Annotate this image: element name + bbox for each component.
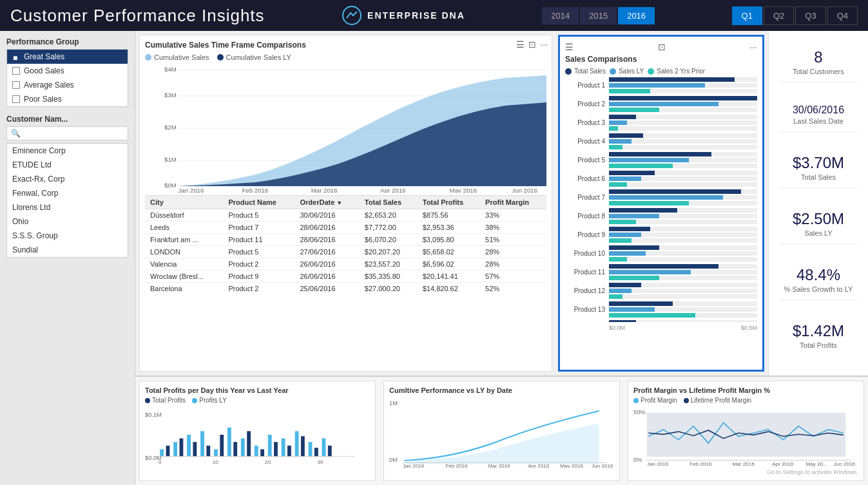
sales-comp-legend: Total Sales Sales LY Sales 2 Yrs Prior bbox=[565, 68, 757, 75]
bar-chart-row: Product 12 bbox=[565, 283, 757, 299]
search-icon: 🔍 bbox=[11, 129, 21, 138]
svg-text:Jun 2016: Jun 2016 bbox=[512, 187, 537, 193]
year-tab-2015[interactable]: 2015 bbox=[580, 7, 617, 24]
svg-text:May 2016: May 2016 bbox=[450, 187, 477, 193]
bar-chart-row: Product 4 bbox=[565, 133, 757, 149]
panel-expand-icon2[interactable]: ⊡ bbox=[658, 42, 666, 52]
panel-expand-icon[interactable]: ⊡ bbox=[528, 39, 536, 50]
col-city[interactable]: City bbox=[145, 196, 223, 209]
svg-text:Jan 2016: Jan 2016 bbox=[403, 463, 425, 468]
customer-etude[interactable]: ETUDE Ltd bbox=[7, 158, 128, 172]
legend-total-profits: Total Profits bbox=[145, 397, 186, 404]
customer-sss[interactable]: S.S.S. Group bbox=[7, 229, 128, 243]
customer-ohio[interactable]: Ohio bbox=[7, 214, 128, 229]
stat-profits: $1.42M Total Profits bbox=[779, 322, 858, 356]
stat-total-customers: 8 Total Customers bbox=[779, 48, 858, 82]
filter-great-sales[interactable]: ■ Great Sales bbox=[7, 50, 128, 64]
svg-rect-35 bbox=[268, 435, 272, 457]
col-margin[interactable]: Profit Margin bbox=[480, 196, 546, 209]
bar-chart-row: Product 6 bbox=[565, 171, 757, 187]
svg-rect-26 bbox=[206, 446, 210, 457]
svg-rect-23 bbox=[187, 435, 191, 457]
stat-sales-ly: $2.50M Sales LY bbox=[779, 210, 858, 244]
data-table-container[interactable]: City Product Name OrderDate ▼ Total Sale… bbox=[145, 195, 546, 292]
customer-section: Customer Nam... 🔍 Eminence Corp ETUDE Lt… bbox=[6, 115, 128, 258]
header: Customer Performance Insights ENTERPRISE… bbox=[0, 0, 868, 31]
svg-text:0%: 0% bbox=[633, 457, 642, 463]
bottom-left-legend: Total Profits Profits LY bbox=[145, 397, 370, 404]
quarter-tab-q4[interactable]: Q4 bbox=[827, 6, 858, 25]
panel-more-icon2[interactable]: ··· bbox=[749, 42, 757, 52]
bar-mini-chart: $0.1M $0.0M bbox=[145, 406, 370, 464]
checkbox-great-sales: ■ bbox=[12, 53, 20, 61]
customer-llorens[interactable]: Llorens Ltd bbox=[7, 200, 128, 214]
svg-rect-22 bbox=[180, 439, 184, 457]
svg-rect-36 bbox=[274, 442, 278, 457]
legend-sales-ly: Sales LY bbox=[610, 68, 644, 75]
customer-exactrx[interactable]: Exact-Rx, Corp bbox=[7, 172, 128, 186]
col-totalsales[interactable]: Total Sales bbox=[360, 196, 418, 209]
panel-menu-icon[interactable]: ☰ bbox=[516, 39, 525, 50]
last-sales-date-value: 30/06/2016 bbox=[779, 104, 858, 116]
svg-rect-43 bbox=[322, 439, 326, 457]
svg-text:0: 0 bbox=[159, 459, 162, 464]
table-row: DüsseldorfProduct 530/06/2016$2,653.20$8… bbox=[145, 209, 546, 222]
filter-average-sales[interactable]: Average Sales bbox=[7, 78, 128, 92]
filter-poor-sales[interactable]: Poor Sales bbox=[7, 92, 128, 106]
svg-rect-28 bbox=[220, 435, 224, 457]
quarter-tab-q3[interactable]: Q3 bbox=[795, 6, 825, 25]
svg-text:Feb 2016: Feb 2016 bbox=[690, 461, 711, 467]
svg-text:May 20...: May 20... bbox=[806, 461, 827, 467]
customer-fenwal[interactable]: Fenwal, Corp bbox=[7, 186, 128, 200]
content-bottom: Total Profits per Day this Year vs Last … bbox=[135, 376, 868, 485]
logo-text: ENTERPRISE DNA bbox=[367, 10, 465, 21]
col-product[interactable]: Product Name bbox=[223, 196, 294, 209]
table-row: ValenciaProduct 226/06/2016$23,557.20$6,… bbox=[145, 258, 546, 271]
total-customers-label: Total Customers bbox=[779, 68, 858, 75]
svg-rect-61 bbox=[647, 413, 845, 457]
col-orderdate[interactable]: OrderDate ▼ bbox=[295, 196, 360, 209]
total-sales-label: Total Sales bbox=[779, 173, 858, 181]
quarter-tab-q2[interactable]: Q2 bbox=[764, 6, 794, 25]
stat-total-sales: $3.70M Total Sales bbox=[779, 154, 858, 188]
quarter-tab-q1[interactable]: Q1 bbox=[732, 6, 762, 25]
svg-text:Feb 2016: Feb 2016 bbox=[242, 187, 268, 193]
year-tab-2014[interactable]: 2014 bbox=[542, 7, 579, 24]
sales-comparisons-panel: ☰ ⊡ ··· Sales Comparisons Total Sales Sa… bbox=[558, 35, 764, 372]
table-row: LONDONProduct 527/06/2016$20,207.20$5,65… bbox=[145, 246, 546, 258]
svg-rect-33 bbox=[255, 446, 258, 457]
svg-rect-25 bbox=[200, 431, 204, 456]
svg-text:$2M: $2M bbox=[164, 124, 177, 131]
legend-cumulative-ly: Cumulative Sales LY bbox=[217, 53, 291, 61]
year-tab-2016[interactable]: 2016 bbox=[618, 7, 655, 24]
content-top: Cumulative Sales Time Frame Comparisons … bbox=[135, 31, 868, 376]
area-chart-svg: $4M $3M $2M $1M $0M bbox=[145, 64, 546, 193]
bottom-right-title: Profit Margin vs Lifetime Profit Margin … bbox=[633, 386, 858, 394]
panel-menu-icon2[interactable]: ☰ bbox=[565, 42, 574, 52]
svg-text:$0.1M: $0.1M bbox=[145, 412, 162, 418]
legend-dot-ly bbox=[217, 54, 224, 61]
customer-sundial[interactable]: Sundial bbox=[7, 243, 128, 257]
panel-more-icon[interactable]: ··· bbox=[540, 39, 548, 50]
sidebar: Performance Group ■ Great Sales Good Sal… bbox=[0, 31, 135, 485]
bar-chart: Product 1Product 2Product 3Product 4Prod… bbox=[565, 77, 757, 322]
checkbox-average-sales bbox=[12, 81, 20, 89]
checkbox-good-sales bbox=[12, 67, 20, 75]
cumulative-panel-title: Cumulative Sales Time Frame Comparisons bbox=[145, 41, 546, 50]
panel-controls: ☰ ⊡ ··· bbox=[516, 39, 548, 50]
svg-rect-32 bbox=[247, 431, 251, 456]
customer-search-box[interactable]: 🔍 bbox=[6, 126, 128, 140]
customer-eminence[interactable]: Eminence Corp bbox=[7, 144, 128, 158]
stat-last-date: 30/06/2016 Last Sales Date bbox=[779, 104, 858, 132]
legend-dot-total bbox=[565, 68, 572, 75]
svg-rect-29 bbox=[227, 428, 231, 457]
filter-good-sales[interactable]: Good Sales bbox=[7, 64, 128, 78]
bar-axis: $0.0M $0.5M bbox=[565, 325, 757, 331]
cumulative-sales-panel: Cumulative Sales Time Frame Comparisons … bbox=[139, 35, 552, 372]
customer-search-input[interactable] bbox=[21, 129, 124, 137]
col-profits[interactable]: Total Profits bbox=[418, 196, 480, 209]
total-customers-value: 8 bbox=[779, 48, 858, 66]
growth-value: 48.4% bbox=[779, 266, 858, 284]
bottom-right-panel: Profit Margin vs Lifetime Profit Margin … bbox=[628, 381, 864, 481]
svg-rect-41 bbox=[309, 442, 313, 457]
